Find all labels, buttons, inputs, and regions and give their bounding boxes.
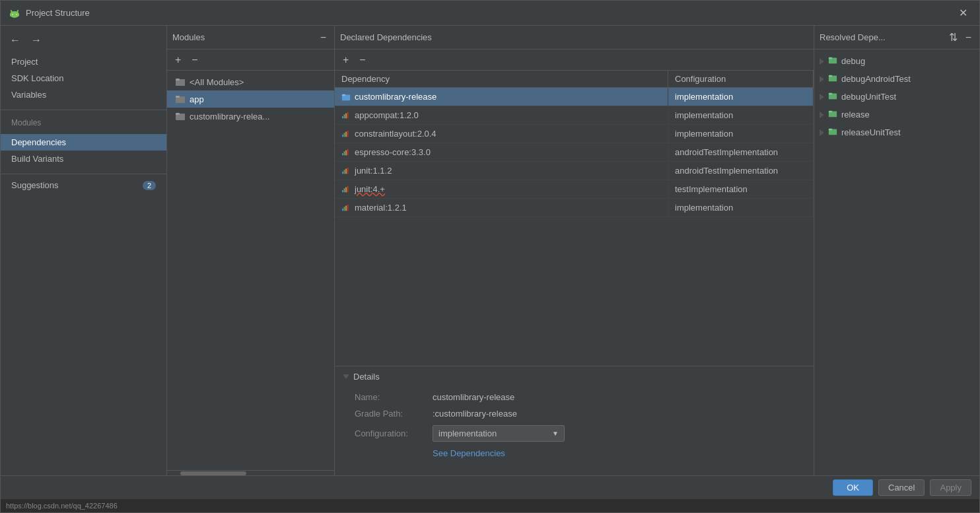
dep-cell-name: appcompat:1.2.0 xyxy=(335,106,668,124)
title-bar: Project Structure ✕ xyxy=(1,1,979,26)
modules-remove-button[interactable]: − xyxy=(188,53,201,67)
gradle-dep-icon xyxy=(341,204,351,212)
details-collapse-icon xyxy=(343,374,349,379)
forward-button[interactable]: → xyxy=(27,33,46,48)
svg-rect-1 xyxy=(10,13,19,17)
table-row[interactable]: espresso-core:3.3.0 androidTestImplement… xyxy=(335,143,814,162)
main-content: ← → Project SDK Location Variables Modul… xyxy=(1,26,979,475)
sidebar: ← → Project SDK Location Variables Modul… xyxy=(1,26,167,475)
config-dropdown-text: implementation xyxy=(438,428,549,438)
modules-panel-title: Modules xyxy=(172,32,312,42)
modules-panel: Modules − + − <All Modules> xyxy=(167,26,335,475)
svg-rect-21 xyxy=(347,130,349,136)
table-row[interactable]: junit:4.+ testImplementation xyxy=(335,180,814,199)
folder-all-icon xyxy=(175,77,186,87)
sidebar-divider xyxy=(1,110,166,110)
dep-cell-name: material:1.2.1 xyxy=(335,199,668,217)
svg-rect-39 xyxy=(829,57,832,59)
sidebar-item-sdk-location[interactable]: SDK Location xyxy=(1,70,166,86)
folder-icon xyxy=(828,73,837,85)
resolved-item[interactable]: debugUnitTest xyxy=(814,88,979,106)
details-header[interactable]: Details xyxy=(335,366,814,387)
dep-cell-config: androidTestImplementation xyxy=(668,162,814,180)
folder-customlibrary-icon xyxy=(175,111,186,121)
svg-rect-15 xyxy=(344,114,345,118)
module-item-app[interactable]: app xyxy=(167,90,334,108)
details-section: Details Name: customlibrary-release Grad… xyxy=(335,366,814,475)
see-deps-row: See Dependencies xyxy=(355,448,806,458)
sidebar-item-variables[interactable]: Variables xyxy=(1,86,166,103)
resolved-header: Resolved Depe... ⇅ − xyxy=(814,26,979,50)
svg-rect-37 xyxy=(347,204,349,210)
expand-icon xyxy=(820,129,824,136)
svg-point-4 xyxy=(12,14,13,15)
resolved-item[interactable]: debug xyxy=(814,52,979,70)
sidebar-item-build-variants[interactable]: Build Variants xyxy=(1,151,166,167)
android-icon xyxy=(9,7,20,19)
expand-icon xyxy=(820,58,824,65)
table-row[interactable]: junit:1.1.2 androidTestImplementation xyxy=(335,162,814,180)
modules-toolbar: + − xyxy=(167,50,334,71)
details-config-row: Configuration: implementation ▼ xyxy=(355,425,806,442)
svg-rect-33 xyxy=(347,186,349,191)
modules-scrollbar-thumb[interactable] xyxy=(180,471,246,475)
svg-rect-25 xyxy=(347,149,349,154)
deps-panel: Declared Dependencies + − Dependency Con… xyxy=(335,26,814,475)
close-button[interactable]: ✕ xyxy=(955,5,971,20)
sidebar-item-project[interactable]: Project xyxy=(1,53,166,70)
table-row[interactable]: constraintlayout:2.0.4 implementation xyxy=(335,125,814,143)
resolved-item[interactable]: releaseUnitTest xyxy=(814,123,979,141)
deps-add-button[interactable]: + xyxy=(339,53,353,67)
resolved-sort-button[interactable]: ⇅ xyxy=(946,30,960,44)
svg-rect-34 xyxy=(342,208,343,210)
dep-cell-name: espresso-core:3.3.0 xyxy=(335,143,668,161)
table-row[interactable]: appcompat:1.2.0 implementation xyxy=(335,106,814,125)
modules-list: <All Modules> app xyxy=(167,71,334,470)
resolved-item[interactable]: debugAndroidTest xyxy=(814,70,979,88)
deps-remove-button[interactable]: − xyxy=(355,53,369,67)
dep-cell-config: androidTestImplementation xyxy=(668,143,814,161)
details-gradle-path-row: Gradle Path: :customlibrary-release xyxy=(355,409,806,419)
module-dep-icon xyxy=(341,92,351,102)
col-header-dependency: Dependency xyxy=(335,71,668,87)
folder-icon xyxy=(828,55,837,67)
svg-rect-24 xyxy=(345,150,347,155)
config-dropdown[interactable]: implementation ▼ xyxy=(433,425,565,442)
see-dependencies-link[interactable]: See Dependencies xyxy=(433,448,505,458)
folder-app-icon xyxy=(175,94,186,104)
folder-icon xyxy=(828,109,837,120)
gradle-dep-icon xyxy=(341,130,351,138)
ok-button[interactable]: OK xyxy=(833,479,873,496)
details-body: Name: customlibrary-release Gradle Path:… xyxy=(335,387,814,475)
svg-rect-11 xyxy=(176,113,180,115)
sidebar-item-suggestions[interactable]: Suggestions 2 xyxy=(1,177,166,193)
resolved-collapse-button[interactable]: − xyxy=(963,31,974,44)
modules-scrollbar xyxy=(167,470,334,475)
dep-cell-name: constraintlayout:2.0.4 xyxy=(335,125,668,143)
module-item-customlibrary[interactable]: customlibrary-relea... xyxy=(167,108,334,125)
apply-button[interactable]: Apply xyxy=(930,479,971,496)
back-button[interactable]: ← xyxy=(6,33,24,48)
sidebar-item-dependencies[interactable]: Dependencies xyxy=(1,134,166,151)
cancel-button[interactable]: Cancel xyxy=(878,479,925,496)
folder-icon xyxy=(828,127,837,138)
module-item-all[interactable]: <All Modules> xyxy=(167,73,334,90)
deps-toolbar: + − xyxy=(335,50,814,71)
svg-line-3 xyxy=(17,11,18,13)
svg-rect-47 xyxy=(829,129,832,131)
table-row[interactable]: customlibrary-release implementation xyxy=(335,88,814,106)
expand-icon xyxy=(820,76,824,83)
dep-cell-name: junit:4.+ xyxy=(335,180,668,198)
resolved-panel: Resolved Depe... ⇅ − debug xyxy=(814,26,979,475)
sidebar-modules-section: Dependencies Build Variants xyxy=(1,130,166,171)
svg-rect-29 xyxy=(347,167,349,173)
table-row[interactable]: material:1.2.1 implementation xyxy=(335,199,814,217)
window-title: Project Structure xyxy=(26,8,955,18)
svg-rect-19 xyxy=(344,133,345,137)
dep-cell-name: customlibrary-release xyxy=(335,88,668,106)
modules-add-button[interactable]: + xyxy=(171,53,185,67)
project-structure-window: Project Structure ✕ ← → Project SDK Loca… xyxy=(0,0,980,513)
details-name-value: customlibrary-release xyxy=(433,392,514,402)
resolved-item[interactable]: release xyxy=(814,106,979,123)
modules-collapse-button[interactable]: − xyxy=(318,31,329,44)
